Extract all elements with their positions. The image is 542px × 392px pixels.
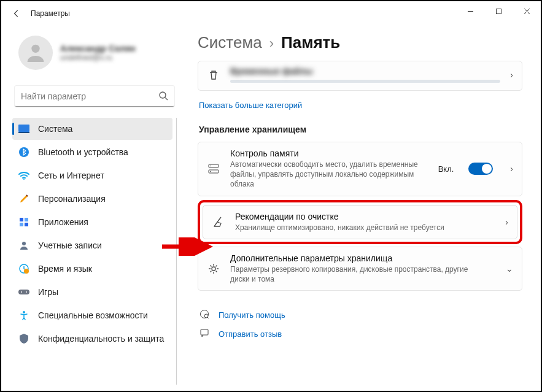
storage-sense-toggle[interactable]	[468, 163, 493, 175]
help-label: Получить помощь	[219, 310, 285, 320]
minimize-button[interactable]	[456, 1, 484, 21]
brush-icon	[18, 193, 29, 204]
temp-files-title: Временные файлы	[230, 66, 500, 76]
display-icon	[18, 123, 29, 134]
wifi-icon	[18, 170, 29, 181]
svg-point-17	[23, 311, 25, 313]
storage-sense-icon	[207, 163, 220, 175]
svg-rect-4	[18, 132, 29, 133]
sidebar: Александр Солян undefined@x.ru Система B…	[1, 26, 185, 391]
highlight-box: Рекомендации по очистке Хранилище оптими…	[198, 200, 522, 244]
page-title: Память	[281, 33, 340, 52]
svg-rect-7	[20, 218, 23, 221]
nav: Система Bluetooth и устройства Сеть и Ин…	[12, 118, 177, 385]
toggle-state: Вкл.	[438, 164, 454, 174]
nav-label: Bluetooth и устройства	[38, 147, 128, 157]
nav-label: Персонализация	[38, 194, 106, 204]
svg-point-11	[22, 242, 26, 245]
svg-point-16	[26, 291, 27, 293]
feedback-icon	[199, 328, 210, 340]
nav-label: Учетные записи	[38, 240, 102, 250]
svg-rect-14	[18, 290, 29, 294]
broom-icon	[212, 216, 225, 228]
user-name: Александр Солян	[60, 44, 136, 53]
clock-icon	[18, 263, 29, 274]
nav-accounts[interactable]: Учетные записи	[12, 234, 172, 256]
card-desc: Хранилище оптимизировано, никаких действ…	[235, 223, 495, 233]
nav-label: Приложения	[38, 217, 88, 227]
gear-icon	[207, 263, 220, 275]
nav-apps[interactable]: Приложения	[12, 211, 172, 233]
section-title: Управление хранилищем	[199, 125, 522, 134]
svg-point-20	[210, 166, 211, 167]
svg-rect-10	[25, 223, 28, 226]
feedback-label: Отправить отзыв	[219, 329, 282, 339]
temp-files-card[interactable]: Временные файлы ›	[198, 61, 522, 91]
apps-icon	[18, 217, 29, 228]
svg-rect-25	[201, 329, 208, 335]
svg-point-15	[21, 291, 22, 293]
nav-privacy[interactable]: Конфиденциальность и защита	[12, 328, 172, 350]
svg-rect-0	[496, 9, 501, 13]
storage-sense-card[interactable]: Контроль памяти Автоматически освободить…	[198, 142, 522, 196]
svg-point-1	[31, 45, 39, 53]
main: Система › Память Временные файлы › Показ…	[185, 26, 541, 391]
card-desc: Автоматически освободить место, удалить …	[230, 159, 428, 190]
close-button[interactable]	[513, 1, 541, 21]
nav-bluetooth[interactable]: Bluetooth и устройства	[12, 141, 172, 163]
cleanup-recommendations-card[interactable]: Рекомендации по очистке Хранилище оптими…	[203, 205, 517, 239]
svg-point-22	[212, 267, 215, 271]
svg-rect-9	[20, 223, 23, 226]
nav-label: Конфиденциальность и защита	[38, 334, 164, 344]
chevron-right-icon: ›	[510, 70, 513, 80]
breadcrumb: Система › Память	[198, 33, 522, 52]
chevron-down-icon: ⌄	[506, 264, 513, 274]
nav-accessibility[interactable]: Специальные возможности	[12, 304, 172, 326]
usage-bar	[230, 80, 500, 83]
window-title: Параметры	[31, 9, 70, 18]
nav-label: Сеть и Интернет	[38, 171, 104, 180]
person-icon	[18, 240, 29, 251]
nav-label: Игры	[38, 287, 58, 297]
trash-icon	[207, 69, 220, 80]
nav-label: Система	[38, 124, 72, 134]
svg-rect-3	[18, 125, 29, 132]
nav-gaming[interactable]: Игры	[12, 281, 172, 303]
shield-icon	[18, 333, 29, 344]
chevron-right-icon: ›	[505, 217, 508, 227]
svg-point-13	[24, 269, 29, 274]
card-desc: Параметры резервного копирования, дисков…	[230, 264, 476, 284]
bluetooth-icon	[18, 147, 29, 158]
svg-point-2	[160, 92, 166, 98]
feedback-link[interactable]: Отправить отзыв	[198, 325, 522, 344]
search-icon	[158, 91, 168, 103]
help-icon	[199, 309, 210, 321]
maximize-button[interactable]	[484, 1, 513, 21]
get-help-link[interactable]: Получить помощь	[198, 306, 522, 325]
svg-point-21	[210, 171, 211, 172]
svg-point-6	[23, 179, 25, 180]
breadcrumb-parent[interactable]: Система	[198, 33, 262, 52]
card-title: Дополнительные параметры хранилища	[230, 253, 496, 263]
nav-time[interactable]: Время и язык	[12, 258, 172, 280]
search-input[interactable]	[15, 86, 174, 107]
search-box[interactable]	[15, 86, 174, 107]
back-button[interactable]	[7, 9, 26, 18]
card-title: Рекомендации по очистке	[235, 212, 495, 221]
gamepad-icon	[18, 286, 29, 298]
titlebar: Параметры	[1, 1, 541, 26]
more-categories-link[interactable]: Показать больше категорий	[199, 101, 302, 110]
user-email: undefined@x.ru	[60, 53, 136, 62]
nav-system[interactable]: Система	[12, 118, 172, 140]
svg-rect-8	[25, 218, 28, 221]
chevron-right-icon: ›	[269, 36, 274, 52]
nav-label: Время и язык	[38, 264, 92, 274]
nav-personalization[interactable]: Персонализация	[12, 188, 172, 210]
chevron-right-icon: ›	[510, 164, 513, 174]
user-profile[interactable]: Александр Солян undefined@x.ru	[17, 32, 177, 77]
advanced-storage-card[interactable]: Дополнительные параметры хранилища Парам…	[198, 247, 522, 291]
nav-label: Специальные возможности	[38, 310, 148, 320]
avatar	[18, 36, 53, 70]
card-title: Контроль памяти	[230, 148, 428, 158]
nav-network[interactable]: Сеть и Интернет	[12, 164, 172, 186]
